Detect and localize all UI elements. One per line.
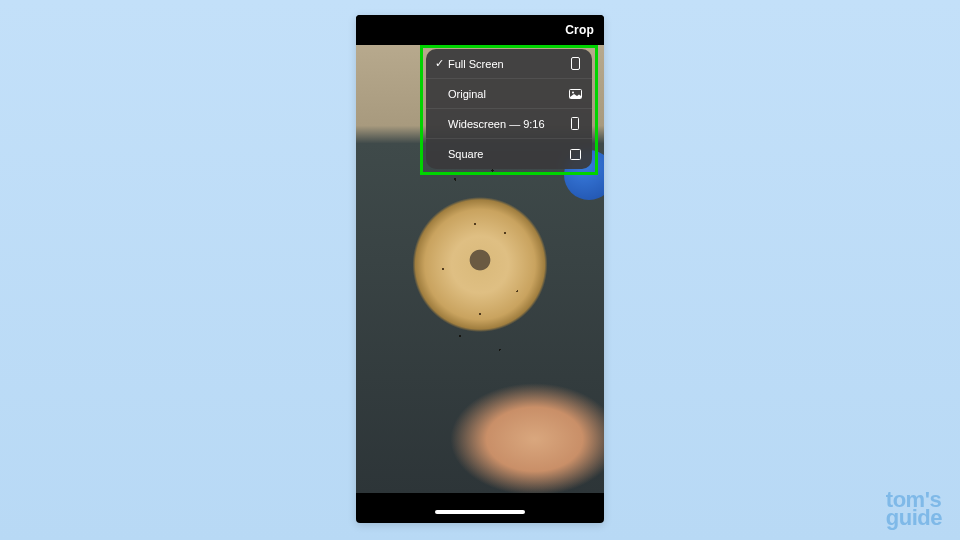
menu-item-label: Widescreen — 9:16	[446, 118, 568, 130]
phone-frame: Crop ✓ Full Screen Original Widescreen —…	[356, 15, 604, 523]
watermark-logo: tom's guide	[886, 491, 942, 528]
crop-aspect-menu: ✓ Full Screen Original Widescreen — 9:16…	[426, 49, 592, 169]
watermark-line2: guide	[886, 509, 942, 528]
check-icon: ✓	[432, 57, 446, 70]
menu-item-square[interactable]: Square	[426, 139, 592, 169]
home-indicator[interactable]	[435, 510, 525, 514]
menu-item-label: Square	[446, 148, 568, 160]
square-icon	[568, 149, 582, 160]
svg-rect-4	[570, 149, 580, 159]
image-icon	[568, 89, 582, 99]
menu-item-original[interactable]: Original	[426, 79, 592, 109]
menu-item-widescreen[interactable]: Widescreen — 9:16	[426, 109, 592, 139]
menu-item-label: Original	[446, 88, 568, 100]
svg-rect-3	[572, 118, 579, 130]
crop-button[interactable]: Crop	[565, 23, 594, 37]
top-bar: Crop	[356, 15, 604, 45]
phone-tall-icon	[568, 117, 582, 130]
svg-point-2	[572, 91, 574, 93]
menu-item-full-screen[interactable]: ✓ Full Screen	[426, 49, 592, 79]
menu-item-label: Full Screen	[446, 58, 568, 70]
phone-portrait-icon	[568, 57, 582, 70]
svg-rect-0	[571, 58, 579, 70]
